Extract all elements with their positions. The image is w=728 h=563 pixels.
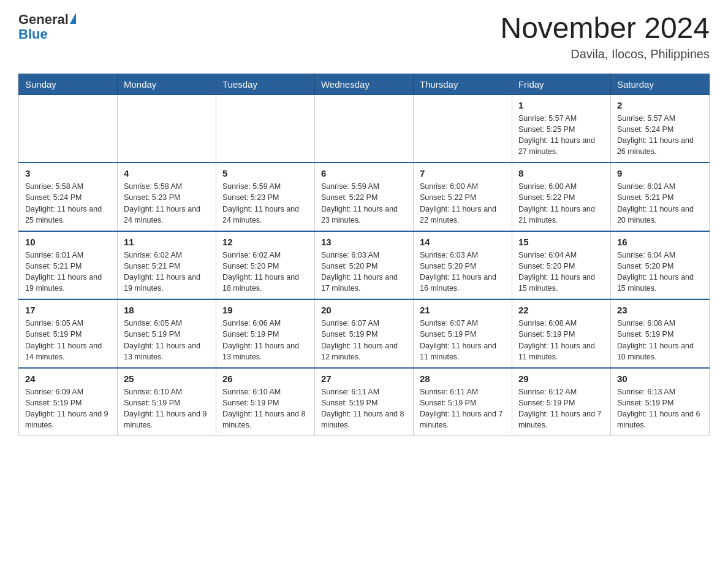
day-info: Sunrise: 6:13 AMSunset: 5:19 PMDaylight:… (617, 386, 703, 431)
weekday-header-monday: Monday (117, 74, 216, 94)
day-number: 28 (420, 373, 506, 384)
day-number: 16 (617, 237, 703, 247)
day-number: 2 (617, 100, 703, 110)
calendar-cell: 4Sunrise: 5:58 AMSunset: 5:23 PMDaylight… (117, 163, 216, 231)
day-number: 8 (518, 168, 604, 178)
calendar-cell: 7Sunrise: 6:00 AMSunset: 5:22 PMDaylight… (413, 163, 512, 231)
calendar-cell: 19Sunrise: 6:06 AMSunset: 5:19 PMDayligh… (216, 299, 314, 368)
calendar-cell: 18Sunrise: 6:05 AMSunset: 5:19 PMDayligh… (117, 299, 216, 368)
calendar-week-row: 1Sunrise: 5:57 AMSunset: 5:25 PMDaylight… (19, 94, 710, 163)
day-info: Sunrise: 6:07 AMSunset: 5:19 PMDaylight:… (321, 318, 407, 362)
weekday-header-sunday: Sunday (19, 74, 118, 94)
day-number: 9 (617, 168, 703, 178)
calendar-cell: 21Sunrise: 6:07 AMSunset: 5:19 PMDayligh… (413, 299, 512, 368)
logo-blue-text: Blue (18, 27, 76, 42)
day-info: Sunrise: 6:02 AMSunset: 5:20 PMDaylight:… (222, 250, 308, 294)
calendar-cell: 28Sunrise: 6:11 AMSunset: 5:19 PMDayligh… (413, 368, 512, 436)
day-number: 29 (518, 373, 604, 384)
day-info: Sunrise: 6:00 AMSunset: 5:22 PMDaylight:… (420, 181, 506, 226)
calendar-cell (413, 94, 512, 163)
day-number: 21 (420, 305, 506, 315)
title-block: November 2024 Davila, Ilocos, Philippine… (500, 12, 710, 61)
day-info: Sunrise: 6:05 AMSunset: 5:19 PMDaylight:… (124, 318, 210, 362)
day-info: Sunrise: 6:11 AMSunset: 5:19 PMDaylight:… (321, 386, 407, 431)
day-info: Sunrise: 6:01 AMSunset: 5:21 PMDaylight:… (25, 250, 111, 294)
day-number: 26 (222, 373, 308, 384)
calendar-week-row: 10Sunrise: 6:01 AMSunset: 5:21 PMDayligh… (19, 231, 710, 300)
day-info: Sunrise: 6:08 AMSunset: 5:19 PMDaylight:… (617, 318, 703, 362)
day-info: Sunrise: 6:10 AMSunset: 5:19 PMDaylight:… (124, 386, 210, 431)
day-info: Sunrise: 6:01 AMSunset: 5:21 PMDaylight:… (617, 181, 703, 226)
day-number: 24 (25, 373, 111, 384)
weekday-header-row: SundayMondayTuesdayWednesdayThursdayFrid… (19, 74, 710, 94)
page-header: General Blue November 2024 Davila, Iloco… (18, 12, 710, 61)
day-number: 23 (617, 305, 703, 315)
day-info: Sunrise: 6:05 AMSunset: 5:19 PMDaylight:… (25, 318, 111, 362)
day-info: Sunrise: 6:11 AMSunset: 5:19 PMDaylight:… (420, 386, 506, 431)
calendar-cell: 8Sunrise: 6:00 AMSunset: 5:22 PMDaylight… (512, 163, 610, 231)
day-info: Sunrise: 5:59 AMSunset: 5:22 PMDaylight:… (321, 181, 407, 226)
day-info: Sunrise: 6:09 AMSunset: 5:19 PMDaylight:… (25, 386, 111, 431)
calendar-cell: 22Sunrise: 6:08 AMSunset: 5:19 PMDayligh… (512, 299, 610, 368)
calendar-week-row: 3Sunrise: 5:58 AMSunset: 5:24 PMDaylight… (19, 163, 710, 231)
day-number: 13 (321, 237, 407, 247)
day-info: Sunrise: 5:58 AMSunset: 5:23 PMDaylight:… (124, 181, 210, 226)
logo-general-text: General (18, 12, 69, 27)
calendar-cell: 25Sunrise: 6:10 AMSunset: 5:19 PMDayligh… (117, 368, 216, 436)
calendar-cell: 13Sunrise: 6:03 AMSunset: 5:20 PMDayligh… (314, 231, 413, 300)
weekday-header-tuesday: Tuesday (216, 74, 314, 94)
calendar-cell (19, 94, 118, 163)
calendar-cell: 23Sunrise: 6:08 AMSunset: 5:19 PMDayligh… (610, 299, 709, 368)
calendar-cell: 2Sunrise: 5:57 AMSunset: 5:24 PMDaylight… (610, 94, 709, 163)
day-number: 11 (124, 237, 210, 247)
calendar-table: SundayMondayTuesdayWednesdayThursdayFrid… (18, 74, 710, 437)
day-number: 1 (518, 100, 604, 110)
day-info: Sunrise: 6:10 AMSunset: 5:19 PMDaylight:… (222, 386, 308, 431)
calendar-cell: 27Sunrise: 6:11 AMSunset: 5:19 PMDayligh… (314, 368, 413, 436)
day-number: 15 (518, 237, 604, 247)
calendar-cell (117, 94, 216, 163)
calendar-week-row: 17Sunrise: 6:05 AMSunset: 5:19 PMDayligh… (19, 299, 710, 368)
calendar-cell: 26Sunrise: 6:10 AMSunset: 5:19 PMDayligh… (216, 368, 314, 436)
day-info: Sunrise: 5:59 AMSunset: 5:23 PMDaylight:… (222, 181, 308, 226)
day-info: Sunrise: 5:58 AMSunset: 5:24 PMDaylight:… (25, 181, 111, 226)
day-info: Sunrise: 6:03 AMSunset: 5:20 PMDaylight:… (420, 250, 506, 294)
day-info: Sunrise: 6:04 AMSunset: 5:20 PMDaylight:… (518, 250, 604, 294)
day-info: Sunrise: 6:04 AMSunset: 5:20 PMDaylight:… (617, 250, 703, 294)
calendar-cell: 10Sunrise: 6:01 AMSunset: 5:21 PMDayligh… (19, 231, 118, 300)
calendar-week-row: 24Sunrise: 6:09 AMSunset: 5:19 PMDayligh… (19, 368, 710, 436)
day-info: Sunrise: 6:02 AMSunset: 5:21 PMDaylight:… (124, 250, 210, 294)
day-number: 4 (124, 168, 210, 178)
day-number: 7 (420, 168, 506, 178)
calendar-cell: 12Sunrise: 6:02 AMSunset: 5:20 PMDayligh… (216, 231, 314, 300)
calendar-cell: 14Sunrise: 6:03 AMSunset: 5:20 PMDayligh… (413, 231, 512, 300)
calendar-cell (314, 94, 413, 163)
day-number: 17 (25, 305, 111, 315)
calendar-cell: 3Sunrise: 5:58 AMSunset: 5:24 PMDaylight… (19, 163, 118, 231)
day-number: 10 (25, 237, 111, 247)
calendar-cell: 29Sunrise: 6:12 AMSunset: 5:19 PMDayligh… (512, 368, 610, 436)
weekday-header-thursday: Thursday (413, 74, 512, 94)
calendar-cell: 15Sunrise: 6:04 AMSunset: 5:20 PMDayligh… (512, 231, 610, 300)
day-info: Sunrise: 5:57 AMSunset: 5:24 PMDaylight:… (617, 113, 703, 158)
calendar-cell: 20Sunrise: 6:07 AMSunset: 5:19 PMDayligh… (314, 299, 413, 368)
day-number: 14 (420, 237, 506, 247)
day-info: Sunrise: 6:03 AMSunset: 5:20 PMDaylight:… (321, 250, 407, 294)
day-number: 20 (321, 305, 407, 315)
day-number: 6 (321, 168, 407, 178)
calendar-cell: 16Sunrise: 6:04 AMSunset: 5:20 PMDayligh… (610, 231, 709, 300)
day-number: 3 (25, 168, 111, 178)
day-number: 5 (222, 168, 308, 178)
day-info: Sunrise: 5:57 AMSunset: 5:25 PMDaylight:… (518, 113, 604, 158)
day-info: Sunrise: 6:08 AMSunset: 5:19 PMDaylight:… (518, 318, 604, 362)
day-number: 22 (518, 305, 604, 315)
day-number: 25 (124, 373, 210, 384)
day-number: 18 (124, 305, 210, 315)
calendar-cell: 24Sunrise: 6:09 AMSunset: 5:19 PMDayligh… (19, 368, 118, 436)
logo: General Blue (18, 12, 76, 42)
calendar-cell: 30Sunrise: 6:13 AMSunset: 5:19 PMDayligh… (610, 368, 709, 436)
calendar-cell: 1Sunrise: 5:57 AMSunset: 5:25 PMDaylight… (512, 94, 610, 163)
day-number: 12 (222, 237, 308, 247)
day-info: Sunrise: 6:07 AMSunset: 5:19 PMDaylight:… (420, 318, 506, 362)
day-number: 19 (222, 305, 308, 315)
